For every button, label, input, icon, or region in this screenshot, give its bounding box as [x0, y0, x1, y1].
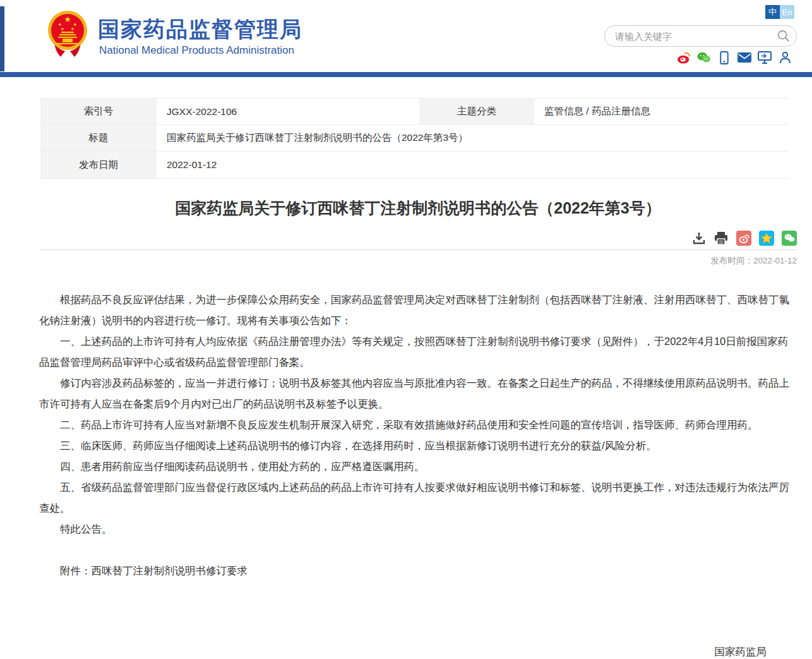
article-paragraph: 三、临床医师、药师应当仔细阅读上述药品说明书的修订内容，在选择用药时，应当根据新… [39, 435, 797, 456]
article-paragraph: 根据药品不良反应评估结果，为进一步保障公众用药安全，国家药品监督管理局决定对西咪… [39, 289, 797, 331]
svg-text:★: ★ [71, 27, 75, 31]
svg-text:★: ★ [64, 15, 71, 24]
search-icon[interactable] [777, 29, 791, 43]
article: 国家药监局关于修订西咪替丁注射制剂说明书的公告（2022年第3号） [39, 198, 797, 659]
weibo-share-icon[interactable] [736, 231, 751, 246]
download-icon[interactable] [692, 231, 706, 245]
meta-category-label: 主题分类 [418, 99, 535, 125]
header-divider-bar [0, 72, 812, 77]
search-box [604, 25, 797, 47]
svg-text:★: ★ [58, 22, 62, 27]
document-meta-table: 索引号 JGXX-2022-106 主题分类 监管信息 / 药品注册信息 标题 … [39, 98, 788, 179]
meta-title-value: 国家药监局关于修订西咪替丁注射制剂说明书的公告（2022年第3号） [158, 125, 788, 152]
monitor-share-icon[interactable] [758, 51, 772, 64]
signature-block: 国家药监局 2022年1月10日 [39, 641, 797, 659]
national-emblem-logo: ★ ★ ★ ★ ★ [47, 9, 88, 59]
search-input[interactable] [604, 25, 797, 47]
article-toolbar [39, 230, 797, 246]
article-body: 根据药品不良反应评估结果，为进一步保障公众用药安全，国家药品监督管理局决定对西咪… [39, 289, 797, 540]
svg-text:★: ★ [61, 27, 64, 31]
language-toggle: 中 En [765, 5, 794, 19]
article-paragraph: 一、上述药品的上市许可持有人均应依据《药品注册管理办法》等有关规定，按照西咪替丁… [39, 331, 797, 373]
site-header: ★ ★ ★ ★ ★ 国家药品监督管理局 National Medical Pro… [0, 0, 812, 72]
print-icon[interactable] [713, 231, 729, 245]
article-paragraph: 修订内容涉及药品标签的，应当一并进行修订；说明书及标签其他内容应当与原批准内容一… [39, 373, 797, 414]
meta-index-label: 索引号 [39, 99, 158, 125]
meta-category-value: 监管信息 / 药品注册信息 [535, 99, 788, 125]
article-title: 国家药监局关于修订西咪替丁注射制剂说明书的公告（2022年第3号） [39, 198, 797, 219]
mail-icon[interactable] [737, 51, 751, 64]
meta-index-value: JGXX-2022-106 [158, 99, 418, 125]
page: ★ ★ ★ ★ ★ 国家药品监督管理局 National Medical Pro… [0, 0, 812, 659]
lang-en-button[interactable]: En [780, 5, 794, 19]
lang-zh-button[interactable]: 中 [765, 5, 780, 19]
mobile-icon[interactable] [717, 51, 731, 64]
wechat-icon[interactable] [697, 51, 711, 64]
article-paragraph: 五、省级药品监督管理部门应当督促行政区域内上述药品的药品上市许可持有人按要求做好… [39, 477, 797, 519]
org-title-en: National Medical Products Administration [99, 44, 294, 57]
qzone-share-icon[interactable] [759, 231, 774, 246]
social-icon-row [677, 51, 792, 64]
svg-text:★: ★ [73, 22, 77, 27]
wechat-share-icon[interactable] [782, 231, 797, 246]
meta-date-label: 发布日期 [39, 152, 158, 178]
article-paragraph: 四、患者用药前应当仔细阅读药品说明书，使用处方药的，应严格遵医嘱用药。 [39, 456, 797, 477]
title-divider [39, 250, 797, 250]
signer-name: 国家药监局 [39, 641, 767, 659]
publish-time: 发布时间：2022-01-12 [39, 255, 797, 267]
attachment-line: 附件：西咪替丁注射制剂说明书修订要求 [39, 560, 797, 581]
org-title-cn: 国家药品监督管理局 [98, 15, 302, 44]
article-paragraph: 二、药品上市许可持有人应当对新增不良反应发生机制开展深入研究，采取有效措施做好药… [39, 414, 797, 435]
user-icon[interactable] [778, 51, 792, 64]
left-edge-strip [0, 6, 4, 71]
meta-date-value: 2022-01-12 [158, 152, 788, 178]
article-paragraph: 特此公告。 [39, 519, 797, 540]
meta-title-label: 标题 [39, 125, 158, 152]
weibo-icon[interactable] [677, 51, 691, 64]
